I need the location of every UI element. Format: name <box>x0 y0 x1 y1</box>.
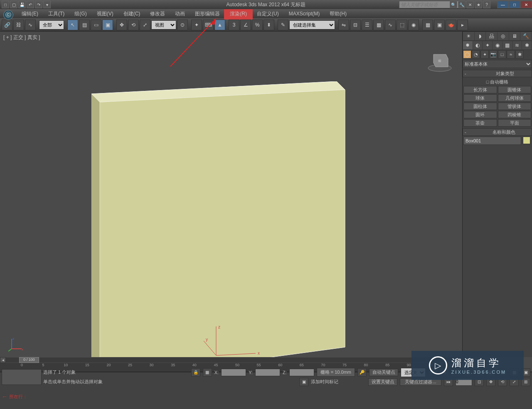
create-球体[interactable]: 球体 <box>463 94 497 102</box>
time-tag-icon[interactable]: ▣ <box>299 378 308 386</box>
hierarchy-top-icon[interactable]: 品 <box>486 32 497 40</box>
display-top-icon[interactable]: 🖥 <box>509 32 520 40</box>
create-茶壶[interactable]: 茶壶 <box>463 119 497 127</box>
menu-工具t[interactable]: 工具(T) <box>43 9 69 19</box>
link-icon[interactable]: 🔗 <box>2 20 12 30</box>
utilities-tab[interactable]: ≋ <box>512 41 522 49</box>
menu-图形编辑器[interactable]: 图形编辑器 <box>190 9 225 19</box>
create-圆环[interactable]: 圆环 <box>463 111 497 118</box>
viewport-label[interactable]: [ + ] 正交 ] 真实 ] <box>3 34 40 41</box>
menu-maxscriptm[interactable]: MAXScript(M) <box>284 10 325 18</box>
bind-icon[interactable]: ∿ <box>25 20 36 30</box>
env-icon[interactable]: ◗ <box>475 32 486 40</box>
maximize-button[interactable]: □ <box>509 1 520 8</box>
pivot-icon[interactable]: ⊙ <box>177 20 188 30</box>
create-长方体[interactable]: 长方体 <box>463 86 497 93</box>
menu-视图v[interactable]: 视图(V) <box>92 9 118 19</box>
create-tab[interactable]: ✹ <box>463 41 473 49</box>
keyboard-shortcut-icon[interactable]: ⌨ <box>203 20 214 30</box>
selection-filter-dropdown[interactable]: 全部 <box>39 20 64 29</box>
rotate-icon[interactable]: ⟲ <box>128 20 139 30</box>
z-coord-input[interactable] <box>289 369 314 376</box>
shapes-subtab[interactable]: ◔ <box>472 50 480 59</box>
menu-帮助h[interactable]: 帮助(H) <box>325 9 352 19</box>
cameras-subtab[interactable]: 📷 <box>489 50 498 59</box>
menu-创建c[interactable]: 创建(C) <box>118 9 145 19</box>
undo-icon[interactable]: ↶ <box>27 1 34 8</box>
slider-left-icon[interactable]: ◂ <box>0 357 6 363</box>
snap-3-icon[interactable]: 3 <box>229 20 239 30</box>
schematic-icon[interactable]: ⬚ <box>397 20 407 30</box>
render-icon[interactable]: 🫖 <box>446 20 456 30</box>
spinner-snap-icon[interactable]: ⬍ <box>264 20 274 30</box>
snap-icon[interactable]: ▲ <box>214 20 225 30</box>
layers-icon[interactable]: ☰ <box>362 20 372 30</box>
add-time-tag-text[interactable]: 添加时间标记 <box>311 379 338 385</box>
x-coord-input[interactable] <box>221 369 246 376</box>
box-geometry[interactable]: z y x <box>91 81 349 380</box>
favorite-icon[interactable]: ★ <box>475 1 482 8</box>
material-editor-icon[interactable]: ◉ <box>408 20 419 30</box>
create-平面[interactable]: 平面 <box>498 119 532 127</box>
create-圆锥体[interactable]: 圆锥体 <box>498 86 532 93</box>
render-prod-icon[interactable]: ▸ <box>457 20 468 30</box>
y-coord-input[interactable] <box>255 369 280 376</box>
menu-组g[interactable]: 组(G) <box>69 9 91 19</box>
viewcube[interactable]: 前 <box>427 48 452 73</box>
redo-icon[interactable]: ↷ <box>35 1 42 8</box>
qat-dropdown-icon[interactable]: ▾ <box>43 1 51 8</box>
new-icon[interactable]: □ <box>2 1 9 8</box>
space-warps-subtab[interactable]: ≈ <box>507 50 515 59</box>
select-region-rect-icon[interactable]: ▭ <box>91 20 101 30</box>
object-color-swatch[interactable] <box>523 137 530 144</box>
align-icon[interactable]: ⊟ <box>350 20 361 30</box>
render-setup-icon[interactable]: ▦ <box>422 20 433 30</box>
ref-coord-dropdown[interactable]: 视图 <box>151 20 176 29</box>
angle-snap-icon[interactable]: ∠ <box>240 20 251 30</box>
render-frame-icon[interactable]: ▣ <box>434 20 445 30</box>
category-dropdown[interactable]: 标准基本体 <box>463 60 532 68</box>
create-圆柱体[interactable]: 圆柱体 <box>463 103 497 110</box>
create-几何球体[interactable]: 几何球体 <box>498 94 532 102</box>
menu-动画[interactable]: 动画 <box>170 9 190 19</box>
mirror-icon[interactable]: ⇋ <box>338 20 349 30</box>
app-menu-icon[interactable]: ⓒ <box>3 10 13 20</box>
save-icon[interactable]: 💾 <box>18 1 26 8</box>
menu-编辑e[interactable]: 编辑(E) <box>17 9 43 19</box>
create-管状体[interactable]: 管状体 <box>498 103 532 110</box>
menu-修改器[interactable]: 修改器 <box>145 9 170 19</box>
exchange-icon[interactable]: ✕ <box>466 1 474 8</box>
helpers-subtab[interactable]: □ <box>498 50 506 59</box>
key-icon[interactable]: 🔧 <box>458 1 466 8</box>
auto-key-button[interactable]: 自动关键点 <box>369 369 398 376</box>
menu-渲染r[interactable]: 渲染(R) <box>225 9 252 19</box>
modify-tab[interactable]: ◐ <box>473 41 483 49</box>
lock-selection-icon[interactable]: 🔑 <box>357 368 367 377</box>
time-slider[interactable]: 0 / 100 <box>6 358 456 362</box>
motion-tab[interactable]: ◉ <box>493 41 502 49</box>
object-name-input[interactable] <box>463 137 521 145</box>
extra-tab[interactable]: ✱ <box>522 41 532 49</box>
geometry-subtab[interactable]: ◯ <box>463 50 471 59</box>
object-type-header[interactable]: - 对象类型 <box>463 70 532 77</box>
select-name-icon[interactable]: ▤ <box>79 20 90 30</box>
hierarchy-tab[interactable]: ✦ <box>483 41 492 49</box>
select-icon[interactable]: ↖ <box>67 20 78 30</box>
auto-grid-checkbox[interactable]: □ 自动栅格 <box>463 78 531 86</box>
systems-subtab[interactable]: ✱ <box>515 50 524 59</box>
scale-icon[interactable]: ⤢ <box>140 20 150 30</box>
selection-set-dropdown[interactable]: 创建选择集 <box>289 20 335 29</box>
light-icon[interactable]: ☀ <box>463 32 474 40</box>
viewport[interactable]: [ + ] 正交 ] 真实 ] z y x 前 z x <box>0 32 462 357</box>
percent-snap-icon[interactable]: % <box>252 20 263 30</box>
minimize-button[interactable]: — <box>497 1 509 8</box>
menu-自定义u[interactable]: 自定义(U) <box>252 9 284 19</box>
binoculars-icon[interactable]: 🔍 <box>450 1 457 8</box>
manipulate-icon[interactable]: ✦ <box>191 20 202 30</box>
create-四棱锥[interactable]: 四棱锥 <box>498 111 532 118</box>
curve-editor-icon[interactable]: ∿ <box>385 20 396 30</box>
lights-subtab[interactable]: ✦ <box>480 50 489 59</box>
display-tab[interactable]: ▦ <box>502 41 512 49</box>
open-icon[interactable]: ▢ <box>10 1 17 8</box>
unlink-icon[interactable]: ⛓ <box>13 20 24 30</box>
